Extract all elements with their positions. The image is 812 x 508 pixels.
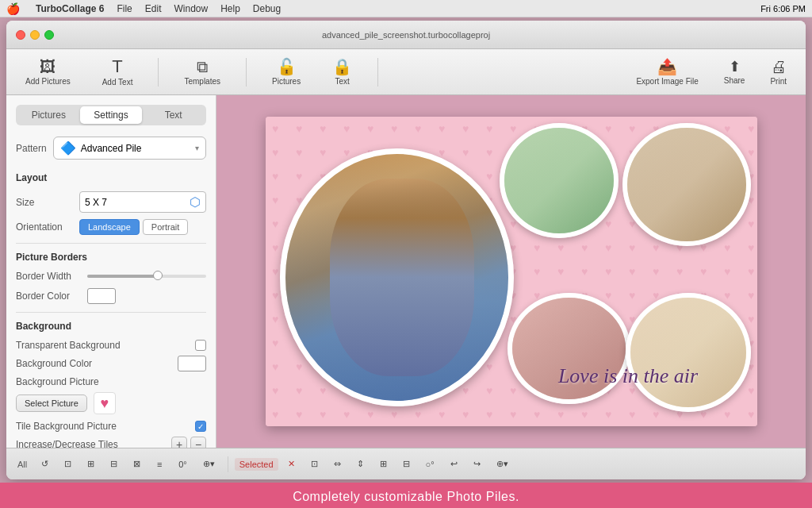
pictures-lock-label: Pictures xyxy=(272,77,301,86)
photo-circle-bottom-right[interactable] xyxy=(626,293,751,412)
inc-dec-group: + − xyxy=(171,437,206,448)
print-icon: 🖨 xyxy=(771,59,787,75)
photo-main[interactable] xyxy=(280,148,514,406)
pattern-label: Pattern xyxy=(16,143,47,154)
collage-text: Love is in the air xyxy=(504,364,753,388)
p4-overlay xyxy=(630,298,746,407)
flip-h-button[interactable]: ⇔ xyxy=(327,455,347,474)
close-button[interactable] xyxy=(16,30,25,40)
toolbar-print[interactable]: 🖨 Print xyxy=(764,56,793,89)
export-label: Export Image File xyxy=(636,77,698,86)
fit-button[interactable]: ⊟ xyxy=(104,455,124,474)
main-window: advanced_pile_screenshot.turbocollagepro… xyxy=(6,21,806,479)
apple-menu[interactable]: 🍎 xyxy=(6,2,20,15)
fill-button[interactable]: ⊠ xyxy=(127,455,147,474)
border-color-swatch[interactable] xyxy=(87,288,116,304)
minimize-button[interactable] xyxy=(30,30,40,40)
select-picture-row: Select Picture ♥ xyxy=(16,392,206,414)
p1-overlay xyxy=(504,128,614,233)
size-select[interactable]: 5 X 7 ⬡ xyxy=(79,191,206,213)
add-pictures-label: Add Pictures xyxy=(25,77,71,86)
transparent-bg-checkbox[interactable] xyxy=(195,340,206,351)
photo-circle-top-right[interactable] xyxy=(622,123,751,246)
rotate-0-button[interactable]: 0° xyxy=(172,455,193,474)
text-lock-label: Text xyxy=(335,77,349,86)
content-area: Pictures Settings Text Pattern 🔷 Advance… xyxy=(6,95,806,448)
menubar-time: Fri 6:06 PM xyxy=(760,4,806,13)
orientation-portrait[interactable]: Portrait xyxy=(143,219,188,235)
undo-button[interactable]: ↩ xyxy=(444,455,464,474)
menu-debug[interactable]: Debug xyxy=(253,3,281,14)
pattern-select[interactable]: 🔷 Advanced Pile ▾ xyxy=(53,137,206,160)
align-button[interactable]: ≡ xyxy=(150,455,169,474)
menu-help[interactable]: Help xyxy=(220,3,240,14)
toolbar-share[interactable]: ⬆ Share xyxy=(718,56,752,88)
tab-text[interactable]: Text xyxy=(142,106,205,124)
redo-button[interactable]: ↪ xyxy=(467,455,487,474)
app-name[interactable]: TurboCollage 6 xyxy=(36,3,104,14)
pattern-value: Advanced Pile xyxy=(81,143,142,154)
decrease-tiles-button[interactable]: − xyxy=(190,437,206,448)
picture-borders-title: Picture Borders xyxy=(16,252,206,263)
bottom-toolbar: All ↺ ⊡ ⊞ ⊟ ⊠ ≡ 0° ⊕▾ Selected ✕ ⊡ ⇔ ⇕ ⊞… xyxy=(6,448,806,479)
tile-bg-checkbox[interactable]: ✓ xyxy=(195,421,206,432)
menu-edit[interactable]: Edit xyxy=(145,3,162,14)
toolbar-add-pictures[interactable]: 🖼 Add Pictures xyxy=(19,56,77,89)
orientation-landscape[interactable]: Landscape xyxy=(79,219,140,235)
increase-tiles-button[interactable]: + xyxy=(171,437,187,448)
print-label: Print xyxy=(770,77,787,86)
select-picture-button[interactable]: Select Picture xyxy=(16,394,87,412)
size-value: 5 X 7 xyxy=(85,197,107,208)
maximize-button[interactable] xyxy=(44,30,54,40)
canvas-area: ♥ xyxy=(216,95,806,448)
size-stepper-icon: ⬡ xyxy=(190,194,201,210)
chevron-down-icon: ▾ xyxy=(195,144,199,152)
refresh-button[interactable]: ↺ xyxy=(35,455,55,474)
border-width-slider[interactable] xyxy=(87,271,206,282)
toolbar-templates[interactable]: ⧉ Templates xyxy=(178,56,227,89)
titlebar: advanced_pile_screenshot.turbocollagepro… xyxy=(6,21,806,49)
traffic-lights xyxy=(16,30,54,40)
toolbar-add-text[interactable]: T Add Text xyxy=(96,55,140,90)
person-silhouette xyxy=(330,179,475,376)
tab-pictures[interactable]: Pictures xyxy=(17,106,80,124)
expand-button[interactable]: ⊞ xyxy=(373,455,393,474)
select-all-button[interactable]: ⊡ xyxy=(58,455,78,474)
more-button[interactable]: ⊕▾ xyxy=(197,455,221,474)
delete-selected-button[interactable]: ✕ xyxy=(282,455,301,474)
bg-picture-row: Background Picture xyxy=(16,376,206,387)
slider-fill xyxy=(87,275,159,278)
crop-button[interactable]: ⊡ xyxy=(304,455,324,474)
toolbar-export[interactable]: 📤 Export Image File xyxy=(630,56,704,89)
pictures-lock-icon: 🔓 xyxy=(277,59,297,75)
more-selected-button[interactable]: ⊕▾ xyxy=(490,455,515,474)
grid-button[interactable]: ⊞ xyxy=(81,455,101,474)
bg-color-row: Background Color xyxy=(16,356,206,371)
menubar-right: Fri 6:06 PM xyxy=(760,4,806,13)
flip-v-button[interactable]: ⇕ xyxy=(350,455,370,474)
transparent-bg-label: Transparent Background xyxy=(16,340,195,351)
divider-1 xyxy=(16,243,206,244)
selected-rotate-button[interactable]: ○° xyxy=(419,455,441,474)
toolbar-pictures-lock[interactable]: 🔓 Pictures xyxy=(266,56,307,89)
menu-window[interactable]: Window xyxy=(174,3,208,14)
slider-thumb[interactable] xyxy=(153,271,163,280)
pattern-row: Pattern 🔷 Advanced Pile ▾ xyxy=(16,137,206,160)
bg-picture-heart-icon: ♥ xyxy=(94,392,116,414)
toolbar-right: 📤 Export Image File ⬆ Share 🖨 Print xyxy=(630,56,793,89)
border-color-row: Border Color xyxy=(16,288,206,304)
menu-file[interactable]: File xyxy=(117,3,132,14)
photo-circle-top-left[interactable] xyxy=(500,123,619,238)
border-width-row: Border Width xyxy=(16,271,206,282)
selected-label: Selected xyxy=(235,458,278,471)
shrink-button[interactable]: ⊟ xyxy=(396,455,416,474)
toolbar-text-lock[interactable]: 🔒 Text xyxy=(326,56,358,89)
collage-canvas[interactable]: ♥ xyxy=(266,117,757,426)
tab-settings[interactable]: Settings xyxy=(80,106,143,124)
add-pictures-icon: 🖼 xyxy=(40,59,56,75)
all-label: All xyxy=(13,460,32,469)
bg-color-swatch[interactable] xyxy=(178,356,206,371)
main-toolbar: 🖼 Add Pictures T Add Text ⧉ Templates 🔓 … xyxy=(6,49,806,95)
share-label: Share xyxy=(724,76,745,85)
layout-section-title: Layout xyxy=(16,172,206,183)
